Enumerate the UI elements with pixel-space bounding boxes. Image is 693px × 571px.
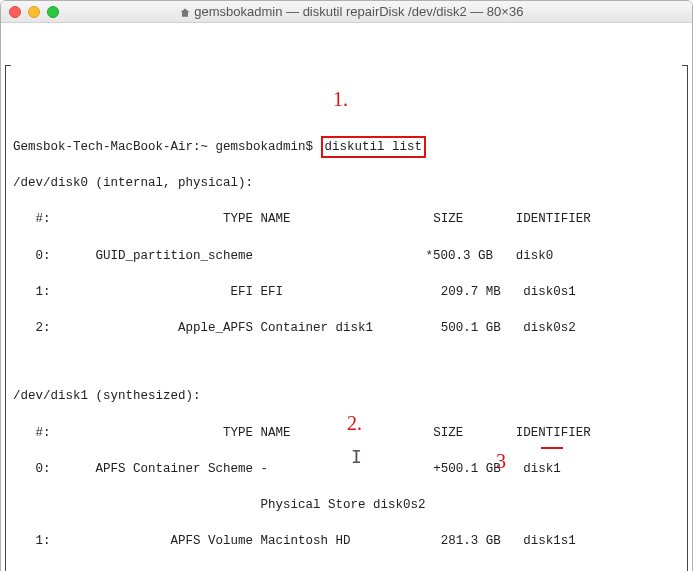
- disk0-hdr-name: NAME: [261, 212, 291, 226]
- disk0-hdr-type: TYPE: [223, 212, 253, 226]
- prompt-1-prefix: Gemsbok-Tech-MacBook-Air:~ gemsbokadmin$: [13, 140, 313, 154]
- titlebar: gemsbokadmin — diskutil repairDisk /dev/…: [1, 1, 692, 23]
- terminal-body[interactable]: Gemsbok-Tech-MacBook-Air:~ gemsbokadmin$…: [1, 23, 692, 571]
- highlight-cmd-1: diskutil list: [321, 136, 427, 158]
- annotation-underline: [541, 447, 563, 449]
- disk0-hdr-num: #:: [36, 212, 51, 226]
- pane-left-bracket: [5, 65, 11, 571]
- disk1-header: /dev/disk1 (synthesized):: [13, 387, 680, 405]
- disk1-hdr-size: SIZE: [433, 426, 463, 440]
- disk0-col-header: #: TYPE NAME SIZE IDENTIFIER: [13, 210, 680, 228]
- prompt-line-1: Gemsbok-Tech-MacBook-Air:~ gemsbokadmin$…: [13, 138, 680, 156]
- prompt-1-cmd: diskutil list: [325, 140, 423, 154]
- terminal-window: gemsbokadmin — diskutil repairDisk /dev/…: [0, 0, 693, 571]
- table-row: 0: GUID_partition_scheme *500.3 GB disk0: [13, 247, 680, 265]
- disk0-hdr-id: IDENTIFIER: [516, 212, 591, 226]
- annotation-1: 1.: [333, 85, 348, 114]
- annotation-2: 2.: [347, 409, 362, 438]
- disk1-hdr-num: #:: [36, 426, 51, 440]
- table-row: 2: Apple_APFS Container disk1 500.1 GB d…: [13, 319, 680, 337]
- table-row: 1: EFI EFI 209.7 MB disk0s1: [13, 283, 680, 301]
- pane-right-bracket: [682, 65, 688, 571]
- table-row: 0: APFS Container Scheme - +500.1 GB dis…: [13, 460, 680, 478]
- disk0-hdr-size: SIZE: [433, 212, 463, 226]
- home-icon: [179, 7, 191, 19]
- disk1-hdr-name: NAME: [261, 426, 291, 440]
- table-row: 1: APFS Volume Macintosh HD 281.3 GB dis…: [13, 532, 680, 550]
- window-title-text: gemsbokadmin — diskutil repairDisk /dev/…: [194, 4, 523, 19]
- table-row: Physical Store disk0s2: [13, 496, 680, 514]
- window-title: gemsbokadmin — diskutil repairDisk /dev/…: [18, 4, 684, 19]
- annotation-3: 3: [496, 447, 506, 476]
- disk0-header: /dev/disk0 (internal, physical):: [13, 174, 680, 192]
- disk1-hdr-id: IDENTIFIER: [516, 426, 591, 440]
- text-cursor-icon: 𝙸: [351, 445, 362, 471]
- disk1-hdr-type: TYPE: [223, 426, 253, 440]
